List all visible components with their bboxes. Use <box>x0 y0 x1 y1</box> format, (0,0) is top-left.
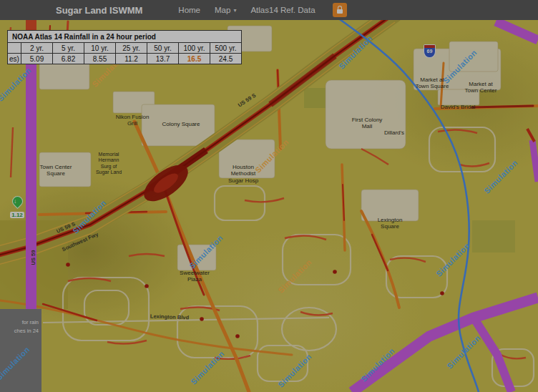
rainfall-col-header: 2 yr. <box>21 43 53 54</box>
nav-map-dropdown[interactable]: Map ▾ <box>207 6 243 14</box>
nav-map-label: Map <box>215 6 230 14</box>
green-pin-icon: ↓ <box>9 194 24 209</box>
nav-home[interactable]: Home <box>171 6 207 14</box>
rainfall-value: 8.55 <box>84 54 116 64</box>
shield-number: 69 <box>424 48 435 55</box>
rainfall-col-header: 5 yr. <box>53 43 84 54</box>
app-title: Sugar Land ISWMM <box>56 5 142 16</box>
rainfall-col-header: 10 yr. <box>84 43 116 54</box>
nav-atlas14-ref-data[interactable]: Atlas14 Ref. Data <box>243 6 322 14</box>
main-nav: Home Map ▾ Atlas14 Ref. Data <box>171 3 346 17</box>
rainfall-value: 24.5 <box>210 54 242 64</box>
map-marker[interactable]: ↓ 1.12 <box>9 196 26 220</box>
rainfall-col-header: 100 yr. <box>179 43 210 54</box>
rainfall-value: 13.7 <box>147 54 179 64</box>
marker-value-badge: 1.12 <box>10 212 24 218</box>
panel-text-line-2: ches in 24 <box>14 328 39 334</box>
rainfall-value: 5.09 <box>21 54 53 64</box>
lock-button[interactable] <box>333 3 347 17</box>
rainfall-col-header: 500 yr. <box>210 43 242 54</box>
map-roads-svg <box>0 20 538 392</box>
rainfall-row-label-clipped: es) <box>8 54 21 64</box>
rainfall-table-value-row: es) 5.096.828.5511.213.716.524.5 <box>8 54 242 64</box>
rainfall-col-header: 25 yr. <box>116 43 147 54</box>
app-header: Sugar Land ISWMM Home Map ▾ Atlas14 Ref.… <box>0 0 538 20</box>
highway-shield-icon: 69 <box>424 44 436 58</box>
map-canvas[interactable] <box>0 20 538 392</box>
nav-home-label: Home <box>178 6 200 14</box>
rainfall-table-title: NOAA Atlas 14 Rainfall in a 24 hour peri… <box>8 31 242 43</box>
rainfall-table: NOAA Atlas 14 Rainfall in a 24 hour peri… <box>7 30 242 64</box>
nav-atlas14-label: Atlas14 Ref. Data <box>250 6 315 14</box>
rainfall-col-header: 50 yr. <box>147 43 179 54</box>
lock-icon <box>337 9 343 14</box>
rainfall-stub-header <box>8 43 21 54</box>
rainfall-value: 11.2 <box>116 54 147 64</box>
rainfall-table-header-row: 2 yr.5 yr.10 yr.25 yr.50 yr.100 yr.500 y… <box>8 43 242 54</box>
panel-text-line-1: for rain <box>22 319 39 325</box>
app-window: Sugar Land ISWMM Home Map ▾ Atlas14 Ref.… <box>0 0 538 392</box>
rainfall-value: 6.82 <box>53 54 84 64</box>
rainfall-value: 16.5 <box>179 54 210 64</box>
chevron-down-icon: ▾ <box>233 7 236 14</box>
legend-panel-edge[interactable]: for rain ches in 24 <box>0 309 41 392</box>
rainfall-table-title-row: NOAA Atlas 14 Rainfall in a 24 hour peri… <box>8 31 242 43</box>
